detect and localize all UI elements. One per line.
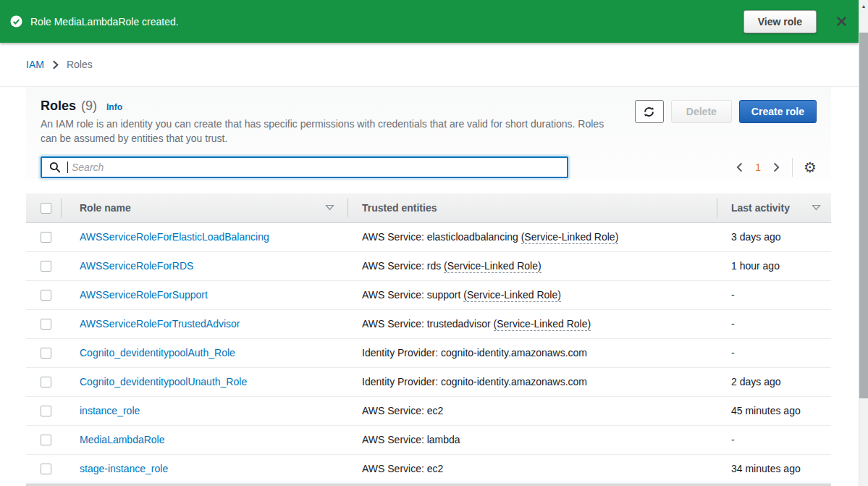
table-row: MediaLambdaRole AWS Service: lambda - [26, 425, 831, 454]
role-name-link[interactable]: MediaLambdaRole [80, 434, 165, 445]
last-activity-cell: - [717, 425, 831, 454]
pagination: 1 ⚙ [735, 158, 817, 177]
breadcrumb-iam-link[interactable]: IAM [26, 59, 44, 70]
table-row: AWSServiceRoleForRDS AWS Service: rds (S… [26, 251, 831, 280]
info-link[interactable]: Info [106, 102, 122, 112]
breadcrumb-roles: Roles [67, 59, 93, 70]
row-checkbox[interactable] [41, 435, 51, 445]
role-name-link[interactable]: instance_role [80, 405, 140, 416]
text-cursor [67, 162, 68, 173]
role-name-link[interactable]: AWSServiceRoleForRDS [80, 260, 193, 272]
trusted-entity-text: AWS Service: support [362, 289, 460, 301]
trusted-entity-text: AWS Service: lambda [362, 434, 460, 445]
row-checkbox[interactable] [41, 348, 51, 359]
table-row: AWSServiceRoleForSupport AWS Service: su… [26, 280, 831, 309]
refresh-icon [643, 106, 655, 118]
pager-divider [792, 158, 793, 177]
page-title: Roles [41, 99, 76, 114]
card-bottom-edge [26, 484, 831, 486]
column-header-trusted-entities: Trusted entities [347, 193, 717, 222]
trusted-entity-text: AWS Service: elasticloadbalancing [362, 231, 518, 243]
search-box [41, 156, 568, 178]
trusted-entity-text: AWS Service: rds [362, 260, 441, 272]
success-check-icon [10, 15, 22, 28]
table-row: stage-instance_role AWS Service: ec2 34 … [26, 454, 831, 483]
create-role-button[interactable]: Create role [739, 100, 817, 123]
last-activity-cell: 2 days ago [717, 367, 831, 396]
role-name-link[interactable]: AWSServiceRoleForElasticLoadBalancing [80, 231, 269, 243]
last-activity-cell: 3 days ago [717, 222, 831, 251]
breadcrumb: IAM Roles [0, 43, 859, 87]
roles-description: An IAM role is an identity you can creat… [41, 117, 616, 146]
row-checkbox[interactable] [41, 464, 51, 474]
roles-table: Role name Trusted entities Last activity [26, 193, 831, 484]
success-banner: Role MediaLambdaRole created. View role [0, 0, 859, 43]
table-header-row: Role name Trusted entities Last activity [26, 193, 831, 222]
role-name-link[interactable]: Cognito_devidentitypoolAuth_Role [80, 347, 235, 359]
last-activity-cell: 34 minutes ago [717, 454, 831, 483]
table-row: AWSServiceRoleForElasticLoadBalancing AW… [26, 222, 831, 251]
row-checkbox[interactable] [41, 232, 51, 243]
search-icon [49, 162, 61, 173]
settings-gear-icon[interactable]: ⚙ [804, 160, 817, 175]
last-activity-cell: - [717, 338, 831, 367]
scrollbar-up-arrow-icon[interactable]: ▲ [859, 0, 868, 12]
column-header-role-name[interactable]: Role name [61, 193, 347, 222]
banner-message: Role MediaLambdaRole created. [30, 16, 179, 28]
select-all-checkbox[interactable] [41, 203, 51, 214]
column-header-last-activity[interactable]: Last activity [717, 193, 831, 222]
row-checkbox[interactable] [41, 261, 51, 272]
trusted-entity-text: Identity Provider: cognito-identity.amaz… [362, 347, 587, 359]
roles-card: Roles (9) Info An IAM role is an identit… [26, 87, 831, 486]
previous-page-button[interactable] [735, 161, 744, 174]
sort-icon[interactable] [325, 204, 334, 211]
vertical-scrollbar[interactable]: ▲ [859, 0, 868, 486]
row-checkbox[interactable] [41, 377, 51, 387]
role-name-link[interactable]: stage-instance_role [80, 463, 168, 474]
refresh-button[interactable] [635, 100, 664, 123]
next-page-button[interactable] [772, 161, 781, 174]
chevron-left-icon [736, 162, 743, 172]
last-activity-cell: 45 minutes ago [717, 396, 831, 425]
close-icon[interactable] [836, 16, 847, 27]
roles-count: (9) [81, 99, 97, 114]
row-checkbox[interactable] [41, 290, 51, 301]
row-checkbox[interactable] [41, 406, 51, 416]
breadcrumb-chevron-icon [52, 60, 59, 70]
role-name-link[interactable]: AWSServiceRoleForSupport [80, 289, 208, 301]
table-row: Cognito_devidentitypoolAuth_Role Identit… [26, 338, 831, 367]
last-activity-cell: 1 hour ago [717, 251, 831, 280]
trusted-entity-annotation[interactable]: (Service-Linked Role) [463, 289, 561, 302]
trusted-entity-text: Identity Provider: cognito-identity.amaz… [362, 376, 587, 387]
row-checkbox[interactable] [41, 319, 51, 330]
trusted-entity-annotation[interactable]: (Service-Linked Role) [494, 318, 591, 331]
table-row: instance_role AWS Service: ec2 45 minute… [26, 396, 831, 425]
trusted-entity-text: AWS Service: ec2 [362, 463, 443, 474]
view-role-button[interactable]: View role [743, 10, 817, 33]
table-body: AWSServiceRoleForElasticLoadBalancing AW… [26, 222, 831, 483]
search-input[interactable] [70, 161, 567, 174]
trusted-entity-text: AWS Service: ec2 [362, 405, 443, 416]
trusted-entity-annotation[interactable]: (Service-Linked Role) [521, 231, 619, 244]
chevron-right-icon [773, 162, 780, 172]
last-activity-cell: - [717, 309, 831, 338]
current-page-number[interactable]: 1 [755, 162, 761, 173]
role-name-link[interactable]: AWSServiceRoleForTrustedAdvisor [80, 318, 240, 330]
table-row: AWSServiceRoleForTrustedAdvisor AWS Serv… [26, 309, 831, 338]
scrollbar-thumb[interactable] [859, 33, 868, 398]
trusted-entity-text: AWS Service: trustedadvisor [362, 318, 491, 330]
table-row: Cognito_devidentitypoolUnauth_Role Ident… [26, 367, 831, 396]
trusted-entity-annotation[interactable]: (Service-Linked Role) [444, 260, 542, 273]
sort-icon[interactable] [812, 204, 821, 211]
role-name-link[interactable]: Cognito_devidentitypoolUnauth_Role [80, 376, 247, 387]
last-activity-cell: - [717, 280, 831, 309]
delete-button[interactable]: Delete [671, 100, 732, 123]
